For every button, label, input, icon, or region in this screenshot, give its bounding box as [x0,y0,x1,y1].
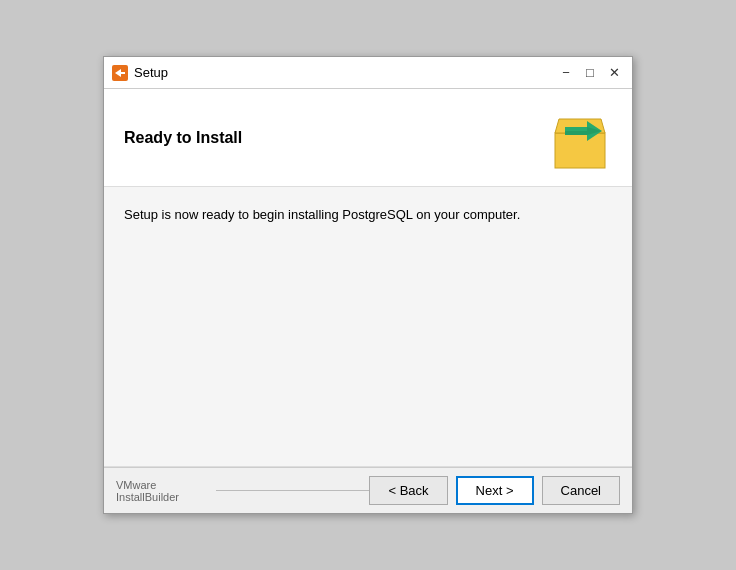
footer-label: VMware InstallBuilder [116,479,208,503]
header-section: Ready to Install [104,89,632,187]
setup-window: Setup − □ ✕ Ready to Install Se [103,56,633,514]
page-title: Ready to Install [124,129,242,147]
install-icon-svg [547,105,612,170]
title-bar-left: Setup [112,65,168,81]
setup-icon [112,65,128,81]
cancel-button[interactable]: Cancel [542,476,620,505]
minimize-button[interactable]: − [556,63,576,83]
installer-icon [547,105,612,170]
title-bar: Setup − □ ✕ [104,57,632,89]
window-title: Setup [134,65,168,80]
footer-buttons: < Back Next > Cancel [369,476,620,505]
content-section: Setup is now ready to begin installing P… [104,187,632,467]
content-message: Setup is now ready to begin installing P… [124,207,612,222]
footer-separator [216,490,369,491]
maximize-button[interactable]: □ [580,63,600,83]
next-button[interactable]: Next > [456,476,534,505]
back-button[interactable]: < Back [369,476,447,505]
svg-rect-2 [555,133,605,168]
footer-section: VMware InstallBuilder < Back Next > Canc… [104,467,632,513]
title-bar-controls: − □ ✕ [556,63,624,83]
close-button[interactable]: ✕ [604,63,624,83]
